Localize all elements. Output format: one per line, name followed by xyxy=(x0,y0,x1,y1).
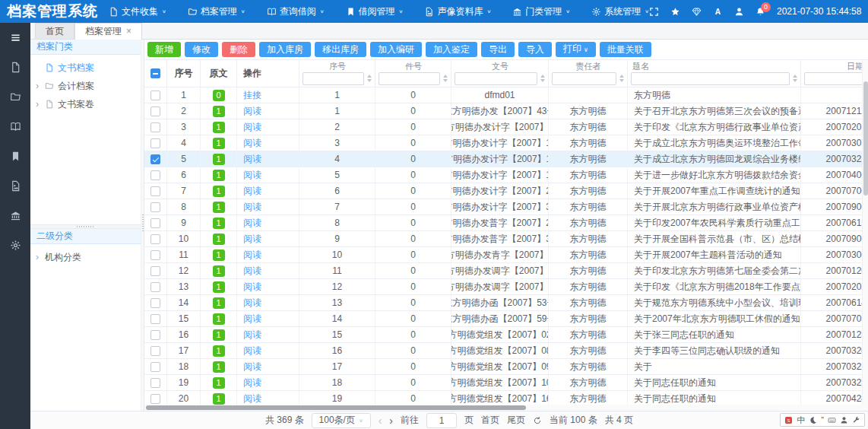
action-link[interactable]: 阅读 xyxy=(243,201,261,214)
table-row[interactable]: 71阅读60东方明德办发计字【2007】27号东方明德关于开展2007年重点工作… xyxy=(144,183,868,199)
sort-asc-icon[interactable] xyxy=(793,75,797,78)
add-to-storeroom-button[interactable]: 加入库房 xyxy=(259,42,311,57)
ime-punct-icon[interactable]: ” xyxy=(821,416,824,424)
table-row[interactable]: 181阅读170东方明德党组发【2007】09号东方明德关于20070322 xyxy=(144,359,868,375)
row-checkbox[interactable] xyxy=(150,154,160,164)
row-checkbox[interactable] xyxy=(150,266,160,276)
table-row[interactable]: 141阅读130东方明德办函【2007】53号东方明德关于规范东方明德系统中小型… xyxy=(144,295,868,311)
first-page-link[interactable]: 首页 xyxy=(481,414,499,427)
row-checkbox[interactable] xyxy=(150,314,160,324)
bell-icon[interactable]: 0 xyxy=(756,7,765,17)
sort-desc-icon[interactable] xyxy=(619,79,624,82)
rail-menu-icon[interactable] xyxy=(10,32,21,43)
horizontal-scrollbar-thumb[interactable] xyxy=(146,405,526,410)
action-link[interactable]: 阅读 xyxy=(243,153,261,166)
import-button[interactable]: 导入 xyxy=(518,42,552,57)
action-link[interactable]: 阅读 xyxy=(243,121,261,134)
table-row[interactable]: 81阅读70东方明德办发计字【2007】33号东方明德关于开展北京东方明德行政事… xyxy=(144,199,868,215)
table-row[interactable]: 171阅读160东方明德党组发【2007】08号东方明德关于李四等三位同志确认职… xyxy=(144,343,868,359)
rail-bank-icon[interactable] xyxy=(10,210,21,221)
table-row[interactable]: 10挂接10dfmd01东方明德 xyxy=(144,87,868,103)
row-checkbox[interactable] xyxy=(150,91,160,100)
sort-asc-icon[interactable] xyxy=(443,75,448,78)
filter-input-item-no[interactable] xyxy=(379,72,440,85)
ime-logo-icon[interactable]: S xyxy=(784,416,793,424)
row-checkbox[interactable] xyxy=(150,170,160,180)
table-row[interactable]: 31阅读20东方明德办发计字【2007】4号东方明德关于印发《北京东方明德行政事… xyxy=(144,119,868,135)
row-checkbox[interactable] xyxy=(150,362,160,372)
chevron-right-icon[interactable]: › xyxy=(36,81,45,91)
action-link[interactable]: 阅读 xyxy=(243,329,261,342)
table-row[interactable]: 111阅读100东方明德办发青字【2007】8号东方明德关于开展2007年主题科… xyxy=(144,247,868,263)
row-checkbox[interactable] xyxy=(150,346,160,356)
goto-page-input[interactable] xyxy=(426,413,457,428)
filter-input-seq[interactable] xyxy=(303,72,364,85)
row-checkbox[interactable] xyxy=(150,330,160,340)
panel-splitter-vertical[interactable] xyxy=(141,40,144,411)
action-link[interactable]: 阅读 xyxy=(243,345,261,358)
topmenu-item-borrow-manage[interactable]: 借阅管理∨ xyxy=(346,5,404,18)
tree-item-会计档案[interactable]: ›会计档案 xyxy=(30,77,141,95)
sort-spinner[interactable] xyxy=(539,75,546,82)
select-all-checkbox[interactable] xyxy=(150,68,160,78)
action-link[interactable]: 阅读 xyxy=(243,297,261,310)
prev-page-button[interactable]: ‹ xyxy=(379,415,382,426)
rail-file-icon[interactable] xyxy=(10,62,21,73)
delete-button[interactable]: 删除 xyxy=(222,42,255,57)
action-link[interactable]: 阅读 xyxy=(243,249,261,262)
ime-moon-icon[interactable] xyxy=(809,416,817,424)
table-row[interactable]: 41阅读30东方明德办发计字【2007】10号东方明德关于成立北京东方明德奥运环… xyxy=(144,135,868,151)
rail-fileimg-icon[interactable] xyxy=(10,180,21,192)
action-link[interactable]: 阅读 xyxy=(243,169,261,182)
sort-asc-icon[interactable] xyxy=(367,75,372,78)
add-button[interactable]: 新增 xyxy=(147,42,181,57)
rail-bookmark-icon[interactable] xyxy=(10,151,21,162)
action-link[interactable]: 阅读 xyxy=(243,313,261,326)
action-link[interactable]: 阅读 xyxy=(243,361,261,373)
sort-desc-icon[interactable] xyxy=(367,79,372,82)
topmenu-item-av-library[interactable]: 声像资料库∨ xyxy=(424,5,491,18)
topmenu-item-archive-manage[interactable]: 档案管理∨ xyxy=(188,5,246,18)
sort-desc-icon[interactable] xyxy=(540,79,545,82)
ime-wrench-icon[interactable] xyxy=(852,416,860,424)
ime-keyboard-icon[interactable] xyxy=(828,416,836,424)
action-link[interactable]: 阅读 xyxy=(243,105,261,118)
next-page-button[interactable]: › xyxy=(389,415,393,426)
star-icon[interactable] xyxy=(670,7,680,17)
action-link[interactable]: 阅读 xyxy=(243,217,261,230)
action-link[interactable]: 阅读 xyxy=(243,265,261,278)
filter-input-doc-no[interactable] xyxy=(455,72,537,85)
sort-asc-icon[interactable] xyxy=(540,75,545,78)
sort-spinner[interactable] xyxy=(618,75,625,82)
vertical-scrollbar-thumb[interactable] xyxy=(863,81,868,195)
filter-input-author[interactable] xyxy=(552,72,616,85)
refresh-icon[interactable] xyxy=(533,416,542,425)
sort-spinner[interactable] xyxy=(442,75,448,82)
action-link[interactable]: 阅读 xyxy=(243,233,261,246)
table-row[interactable]: 121阅读110东方明德办发调字【2007】3号东方明德关于印发北京东方明德第七… xyxy=(144,263,868,279)
ime-user-icon[interactable] xyxy=(840,416,848,424)
row-checkbox[interactable] xyxy=(150,234,160,244)
table-row[interactable]: 21阅读10东方明德办发【2007】43号东方明德关于召开北京东方明德第三次会议… xyxy=(144,103,868,119)
action-link[interactable]: 阅读 xyxy=(243,281,261,294)
chevron-right-icon[interactable]: › xyxy=(36,99,45,110)
sort-asc-icon[interactable] xyxy=(619,75,624,78)
page-size-select[interactable]: 100条/页 ∨ xyxy=(312,413,371,428)
sort-desc-icon[interactable] xyxy=(443,79,448,82)
tab-档案管理[interactable]: 档案管理× xyxy=(74,23,142,39)
rail-gear-icon[interactable] xyxy=(10,240,21,251)
row-checkbox[interactable] xyxy=(150,186,160,196)
table-row[interactable]: 51阅读40东方明德办发计字【2007】11号东方明德关于成立北京东方明德回龙观… xyxy=(144,151,868,167)
topmenu-item-category-manage[interactable]: 门类管理∨ xyxy=(512,5,570,18)
batch-link-button[interactable]: 批量关联 xyxy=(600,42,651,57)
action-link[interactable]: 阅读 xyxy=(243,377,261,389)
filter-input-title[interactable] xyxy=(631,72,790,85)
fontA-icon[interactable]: A xyxy=(713,7,723,17)
horizontal-scrollbar[interactable] xyxy=(144,405,868,411)
sort-spinner[interactable] xyxy=(791,75,798,82)
topmenu-item-query-borrow[interactable]: 查询借阅∨ xyxy=(267,5,325,18)
table-row[interactable]: 101阅读90东方明德办发普字【2007】32号东方明德关于开展全国科普示范县（… xyxy=(144,231,868,247)
row-checkbox[interactable] xyxy=(150,250,160,260)
table-row[interactable]: 91阅读80东方明德办发普字【2007】25号东方明德关于印发2007年农民科学… xyxy=(144,215,868,231)
tree-item-机构分类[interactable]: ›机构分类 xyxy=(30,248,141,266)
